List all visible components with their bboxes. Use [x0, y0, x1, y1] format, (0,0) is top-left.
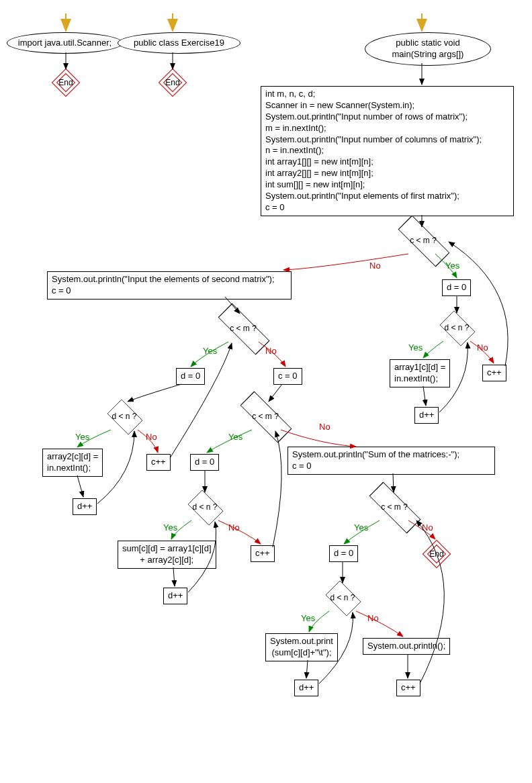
- no-label: No: [367, 613, 379, 623]
- no-label: No: [265, 346, 277, 356]
- svg-line-14: [393, 473, 394, 492]
- d0-3: d = 0: [190, 454, 219, 471]
- yes-label: Yes: [203, 346, 217, 356]
- svg-line-16: [306, 660, 308, 678]
- no-label: No: [146, 432, 157, 442]
- read-a1: array1[c][d] = in.nextInt();: [390, 359, 450, 387]
- println: System.out.println();: [363, 638, 450, 655]
- svg-line-8: [423, 386, 426, 406]
- cond-c-lt-m-2: c < m ?: [220, 315, 267, 342]
- svg-line-13: [173, 567, 175, 586]
- c0-mid: c = 0: [273, 368, 302, 385]
- cond-c-lt-m-4: c < m ?: [371, 494, 418, 520]
- cond-d-lt-n-1: d < n ?: [437, 314, 477, 341]
- yes-label: Yes: [408, 342, 423, 353]
- svg-line-11: [269, 384, 282, 402]
- class-node: public class Exercise19: [118, 32, 240, 54]
- d0-1: d = 0: [442, 279, 471, 296]
- main-node: public static void main(String args[]): [365, 32, 491, 66]
- end-class: End: [159, 69, 186, 96]
- dpp-4: d++: [294, 680, 318, 696]
- yes-label: Yes: [301, 613, 315, 623]
- dpp-2: d++: [73, 498, 97, 515]
- yes-label: Yes: [445, 261, 459, 271]
- sum-print-header: System.out.println("Sum of the matrices:…: [287, 447, 495, 475]
- no-label: No: [228, 522, 240, 533]
- no-label: No: [319, 422, 330, 432]
- cpp-2: c++: [146, 454, 171, 471]
- cond-d-lt-n-2: d < n ?: [104, 403, 144, 430]
- dpp-1: d++: [414, 407, 439, 424]
- cond-d-lt-n-3: d < n ?: [185, 494, 225, 520]
- second-prompt: System.out.println("Input the elements o…: [47, 271, 292, 300]
- init-block: int m, n, c, d; Scanner in = new Scanner…: [261, 86, 514, 216]
- yes-label: Yes: [75, 432, 89, 442]
- no-label: No: [369, 261, 381, 271]
- yes-label: Yes: [228, 432, 242, 442]
- end-main: End: [423, 541, 450, 567]
- cond-d-lt-n-4: d < n ?: [322, 584, 363, 611]
- no-label: No: [422, 522, 433, 533]
- yes-label: Yes: [354, 522, 368, 533]
- svg-line-10: [77, 475, 83, 497]
- import-node: import java.util.Scanner;: [7, 32, 123, 54]
- cpp-3: c++: [251, 545, 275, 562]
- cpp-1: c++: [482, 365, 506, 381]
- end-import: End: [52, 69, 79, 96]
- d0-2: d = 0: [176, 368, 205, 385]
- cond-c-lt-m-3: c < m ?: [242, 403, 289, 430]
- d0-4: d = 0: [329, 545, 358, 562]
- yes-label: Yes: [163, 522, 177, 533]
- dpp-3: d++: [163, 588, 187, 604]
- print-cell: System.out.print (sum[c][d]+"\t");: [265, 633, 338, 661]
- sum-assign: sum[c][d] = array1[c][d] + array2[c][d];: [118, 541, 216, 569]
- no-label: No: [477, 342, 488, 353]
- cond-c-lt-m-1: c < m ?: [400, 227, 447, 254]
- cpp-4: c++: [396, 680, 420, 696]
- read-a2: array2[c][d] = in.nextInt();: [42, 449, 103, 477]
